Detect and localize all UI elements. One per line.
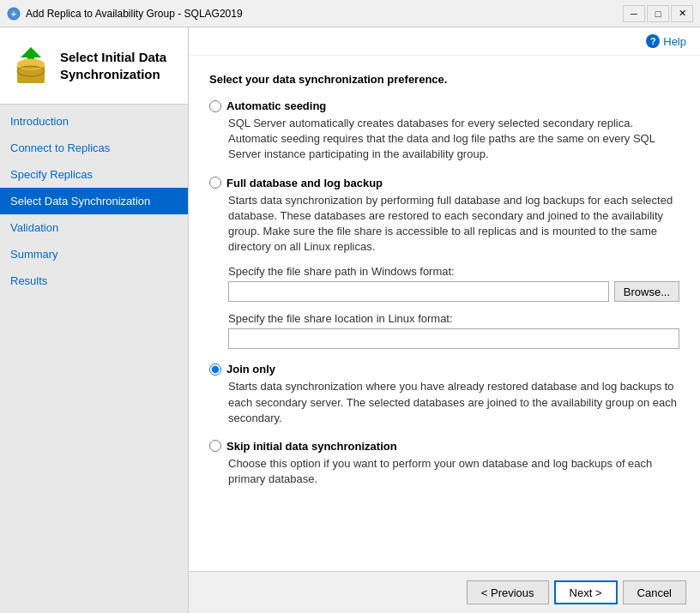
database-icon [10, 45, 51, 87]
sidebar-item-introduction[interactable]: Introduction [0, 108, 188, 135]
automatic-seeding-description: SQL Server automatically creates databas… [228, 116, 679, 163]
window-title: Add Replica to Availability Group - SQLA… [26, 8, 243, 20]
cancel-button[interactable]: Cancel [623, 580, 686, 604]
page-title: Select Initial Data Synchronization [60, 49, 178, 82]
join-only-radio[interactable] [209, 364, 221, 376]
full-backup-text: Full database and log backup [226, 177, 383, 189]
minimize-button[interactable]: ─ [623, 5, 645, 22]
linux-path-input[interactable] [228, 328, 679, 349]
automatic-seeding-radio[interactable] [209, 100, 221, 112]
title-bar-controls: ─ □ ✕ [623, 5, 693, 22]
sidebar-item-summary[interactable]: Summary [0, 241, 188, 267]
sidebar-header: Select Initial Data Synchronization [0, 27, 188, 105]
footer: < Previous Next > Cancel [189, 571, 700, 613]
join-only-text: Join only [226, 363, 275, 376]
full-backup-description: Starts data synchronization by performin… [228, 193, 679, 255]
help-link[interactable]: ? Help [646, 34, 686, 48]
linux-path-label: Specify the file share location in Linux… [228, 312, 679, 325]
content-header: ? Help [189, 27, 700, 56]
sidebar-item-validation[interactable]: Validation [0, 214, 188, 241]
join-only-label[interactable]: Join only [209, 363, 679, 376]
maximize-button[interactable]: □ [647, 5, 669, 22]
option-full-backup: Full database and log backup Starts data… [209, 177, 679, 350]
next-button[interactable]: Next > [554, 580, 618, 604]
full-backup-radio[interactable] [209, 177, 221, 189]
automatic-seeding-text: Automatic seeding [226, 99, 326, 112]
sidebar-item-specify-replicas[interactable]: Specify Replicas [0, 161, 188, 188]
title-bar: + Add Replica to Availability Group - SQ… [0, 0, 700, 27]
sidebar-item-results[interactable]: Results [0, 267, 188, 294]
nav-items: Introduction Connect to Replicas Specify… [0, 105, 188, 297]
section-title: Select your data synchronization prefere… [209, 73, 679, 86]
svg-text:+: + [11, 9, 16, 19]
option-automatic-seeding: Automatic seeding SQL Server automatical… [209, 99, 679, 163]
automatic-seeding-label[interactable]: Automatic seeding [209, 99, 679, 112]
help-label: Help [663, 35, 686, 48]
skip-sync-radio[interactable] [209, 440, 221, 452]
help-icon: ? [646, 34, 660, 48]
skip-sync-description: Choose this option if you want to perfor… [228, 456, 679, 487]
option-skip-sync: Skip initial data synchronization Choose… [209, 440, 679, 487]
join-only-description: Starts data synchronization where you ha… [228, 379, 679, 426]
skip-sync-text: Skip initial data synchronization [226, 440, 397, 453]
sidebar-item-connect-replicas[interactable]: Connect to Replicas [0, 135, 188, 161]
windows-path-row: Browse... [228, 281, 679, 302]
option-join-only: Join only Starts data synchronization wh… [209, 363, 679, 426]
full-backup-label[interactable]: Full database and log backup [209, 177, 679, 189]
title-bar-left: + Add Replica to Availability Group - SQ… [7, 7, 243, 21]
windows-path-label: Specify the file share path in Windows f… [228, 265, 679, 278]
skip-sync-label[interactable]: Skip initial data synchronization [209, 440, 679, 453]
main-container: Select Initial Data Synchronization Intr… [0, 27, 700, 613]
sidebar-item-select-sync[interactable]: Select Data Synchronization [0, 188, 188, 214]
windows-path-input[interactable] [228, 281, 609, 302]
previous-button[interactable]: < Previous [467, 580, 549, 604]
content-area: ? Help Select your data synchronization … [189, 27, 700, 613]
app-icon: + [7, 7, 21, 21]
file-share-section: Specify the file share path in Windows f… [228, 265, 679, 349]
close-button[interactable]: ✕ [671, 5, 693, 22]
browse-button[interactable]: Browse... [614, 281, 679, 302]
sidebar: Select Initial Data Synchronization Intr… [0, 27, 189, 613]
content-body: Select your data synchronization prefere… [189, 56, 700, 571]
